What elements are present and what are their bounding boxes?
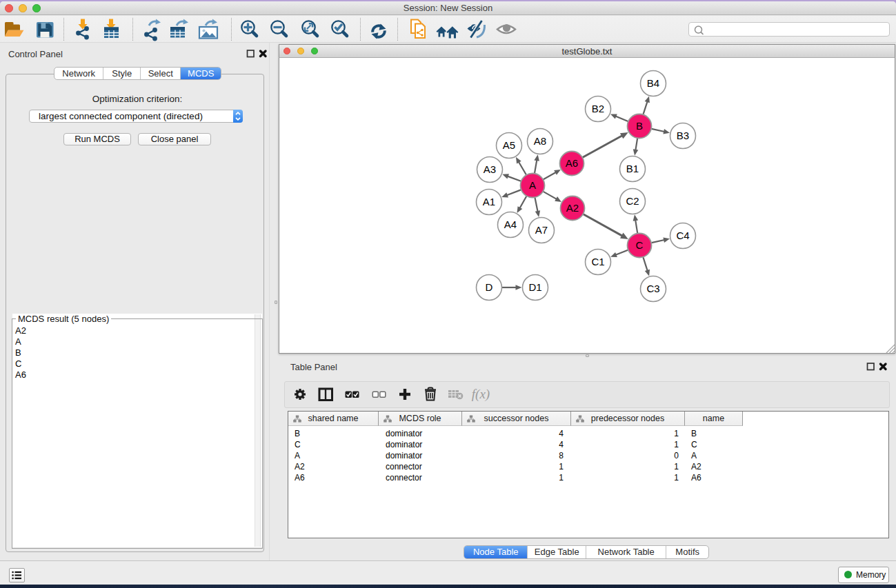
svg-text:A6: A6 <box>566 157 578 169</box>
svg-text:A2: A2 <box>566 202 579 214</box>
svg-text:C4: C4 <box>676 230 689 241</box>
svg-text:B2: B2 <box>592 103 604 114</box>
svg-text:A1: A1 <box>483 196 495 207</box>
svg-text:f(x): f(x) <box>472 387 490 402</box>
svg-text:A8: A8 <box>534 135 546 147</box>
svg-text:A7: A7 <box>535 224 548 236</box>
svg-text:B1: B1 <box>626 163 639 174</box>
svg-text:D: D <box>486 281 493 293</box>
svg-text:A5: A5 <box>503 139 515 151</box>
svg-text:B3: B3 <box>677 130 689 141</box>
svg-text:C1: C1 <box>591 256 604 267</box>
svg-text:B: B <box>636 120 643 132</box>
svg-text:C2: C2 <box>626 195 639 207</box>
svg-text:D1: D1 <box>528 281 541 293</box>
svg-text:A4: A4 <box>504 219 517 230</box>
svg-text:C: C <box>636 239 644 251</box>
svg-text:A: A <box>529 179 536 191</box>
svg-text:A3: A3 <box>484 163 496 175</box>
svg-text:B4: B4 <box>647 77 659 89</box>
svg-text:C3: C3 <box>646 283 659 294</box>
